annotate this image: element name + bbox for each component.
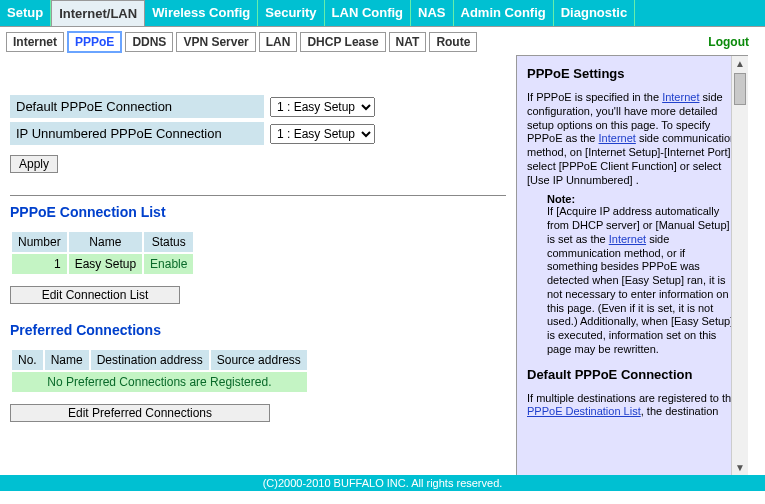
tab-setup[interactable]: Setup [0, 0, 51, 26]
tab-wireless-config[interactable]: Wireless Config [145, 0, 258, 26]
edit-preferred-connections-button[interactable]: Edit Preferred Connections [10, 404, 270, 422]
help-link-pppoe-destination-list[interactable]: PPPoE Destination List [527, 405, 641, 417]
help-title: PPPoE Settings [527, 66, 738, 81]
separator [10, 195, 506, 196]
help-link-internet-2[interactable]: Internet [599, 132, 636, 144]
help-note: Note: If [Acquire IP address automatical… [547, 193, 738, 356]
scroll-up-icon[interactable]: ▲ [735, 56, 745, 71]
conn-list-cell-status: Enable [144, 254, 193, 274]
apply-button[interactable]: Apply [10, 155, 58, 173]
tab-diagnostic[interactable]: Diagnostic [554, 0, 635, 26]
subtab-nat[interactable]: NAT [389, 32, 427, 52]
help-link-internet-1[interactable]: Internet [662, 91, 699, 103]
conn-list-header-status: Status [144, 232, 193, 252]
conn-list-table: Number Name Status 1 Easy Setup Enable [10, 230, 195, 276]
default-pppoe-row: Default PPPoE Connection 1 : Easy Setup [10, 95, 506, 118]
preferred-table: No. Name Destination address Source addr… [10, 348, 309, 394]
help-p2-text-a: If multiple destinations are registered … [527, 392, 737, 404]
conn-list-row: 1 Easy Setup Enable [12, 254, 193, 274]
preferred-empty-row: No Preferred Connections are Registered. [12, 372, 307, 392]
scroll-down-icon[interactable]: ▼ [735, 460, 745, 475]
help-p1-text-a: If PPPoE is specified in the [527, 91, 662, 103]
tab-admin-config[interactable]: Admin Config [454, 0, 554, 26]
help-scrollbar[interactable]: ▲ ▼ [731, 56, 748, 475]
help-paragraph-2: If multiple destinations are registered … [527, 392, 738, 420]
conn-list-cell-number: 1 [12, 254, 67, 274]
scroll-track[interactable] [732, 71, 748, 460]
conn-list-cell-name: Easy Setup [69, 254, 142, 274]
preferred-empty-msg: No Preferred Connections are Registered. [12, 372, 307, 392]
default-pppoe-select[interactable]: 1 : Easy Setup [270, 97, 375, 117]
tab-lan-config[interactable]: LAN Config [325, 0, 411, 26]
ip-unnumbered-select[interactable]: 1 : Easy Setup [270, 124, 375, 144]
subtab-internet[interactable]: Internet [6, 32, 64, 52]
subtab-dhcp-lease[interactable]: DHCP Lease [300, 32, 385, 52]
conn-list-header-number: Number [12, 232, 67, 252]
subtab-ddns[interactable]: DDNS [125, 32, 173, 52]
logout-link[interactable]: Logout [708, 35, 759, 49]
subtab-pppoe[interactable]: PPPoE [67, 31, 122, 53]
help-p2-text-b: , the destination [641, 405, 719, 417]
help-note-body: If [Acquire IP address automatically fro… [547, 205, 738, 356]
tab-internet-lan[interactable]: Internet/LAN [51, 0, 145, 26]
conn-list-header-name: Name [69, 232, 142, 252]
help-note-text-b: side communication method, or if somethi… [547, 233, 733, 355]
preferred-header-src: Source address [211, 350, 307, 370]
help-subtitle-default: Default PPPoE Connection [527, 367, 738, 382]
subtab-route[interactable]: Route [429, 32, 477, 52]
preferred-title: Preferred Connections [10, 322, 506, 338]
subtab-lan[interactable]: LAN [259, 32, 298, 52]
help-panel: PPPoE Settings If PPPoE is specified in … [516, 55, 748, 475]
top-nav: Setup Internet/LAN Wireless Config Secur… [0, 0, 765, 27]
help-link-internet-3[interactable]: Internet [609, 233, 646, 245]
ip-unnumbered-row: IP Unnumbered PPPoE Connection 1 : Easy … [10, 122, 506, 145]
subtab-vpn-server[interactable]: VPN Server [176, 32, 255, 52]
preferred-header-name: Name [45, 350, 89, 370]
sub-nav: Internet PPPoE DDNS VPN Server LAN DHCP … [0, 27, 765, 55]
main-panel: Default PPPoE Connection 1 : Easy Setup … [0, 55, 516, 432]
conn-list-title: PPPoE Connection List [10, 204, 506, 220]
tab-security[interactable]: Security [258, 0, 324, 26]
default-pppoe-label: Default PPPoE Connection [10, 95, 264, 118]
preferred-header-dest: Destination address [91, 350, 209, 370]
edit-connection-list-button[interactable]: Edit Connection List [10, 286, 180, 304]
tab-nas[interactable]: NAS [411, 0, 453, 26]
help-note-title: Note: [547, 193, 738, 205]
scroll-thumb[interactable] [734, 73, 746, 105]
ip-unnumbered-label: IP Unnumbered PPPoE Connection [10, 122, 264, 145]
preferred-header-no: No. [12, 350, 43, 370]
help-paragraph-1: If PPPoE is specified in the Internet si… [527, 91, 738, 187]
content-row: Default PPPoE Connection 1 : Easy Setup … [0, 55, 765, 475]
footer: (C)2000-2010 BUFFALO INC. All rights res… [0, 475, 765, 491]
